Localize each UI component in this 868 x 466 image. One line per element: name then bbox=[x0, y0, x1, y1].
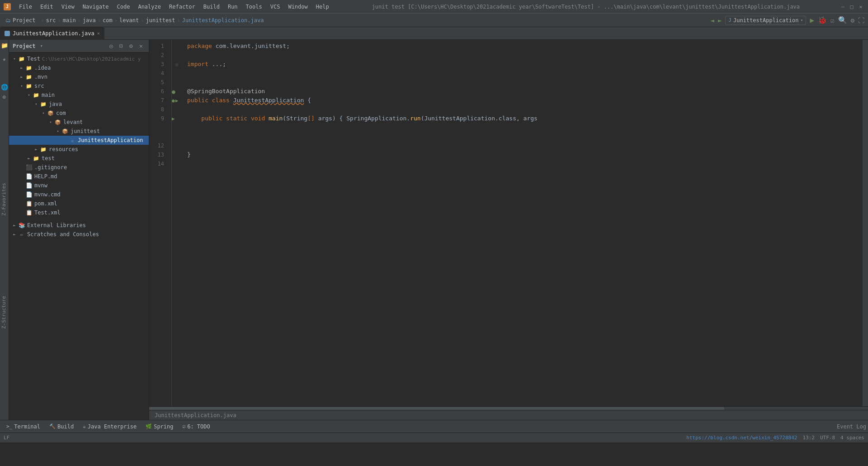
param-string: String bbox=[286, 114, 307, 123]
event-log-label[interactable]: Event Log bbox=[837, 423, 866, 430]
run-icon-9[interactable]: ▶ bbox=[172, 116, 175, 122]
z-favorites-panel[interactable]: Z-Favorites bbox=[0, 181, 8, 218]
status-link[interactable]: https://blog.csdn.net/weixin_45728842 bbox=[686, 435, 797, 441]
breadcrumb-com[interactable]: com bbox=[103, 17, 113, 24]
code-area[interactable]: 1 2 3 4 5 6 7 8 9 12 13 14 ▣ bbox=[149, 40, 868, 406]
locate-button[interactable]: ◎ bbox=[107, 42, 115, 50]
settings-project-button[interactable]: ⚙ bbox=[127, 42, 135, 50]
menu-build[interactable]: Build bbox=[200, 3, 223, 11]
menu-view[interactable]: View bbox=[58, 3, 78, 11]
menu-code[interactable]: Code bbox=[113, 3, 134, 11]
bottom-tabs[interactable]: >_ Terminal 🔨 Build ☕ Java Enterprise 🌿 … bbox=[2, 422, 215, 432]
tree-scratches[interactable]: ► ✏ Scratches and Consoles bbox=[9, 230, 149, 239]
breadcrumb-src[interactable]: src bbox=[46, 17, 56, 24]
fold-import-icon[interactable]: ▣ bbox=[175, 62, 179, 67]
paren-close: ) { bbox=[332, 114, 346, 123]
close-panel-button[interactable]: ✕ bbox=[137, 42, 145, 50]
tab-java-enterprise[interactable]: ☕ Java Enterprise bbox=[78, 422, 141, 432]
tree-main-class[interactable]: ☕ JunittestApplication bbox=[9, 136, 149, 145]
bookmarks-toggle[interactable]: ★ bbox=[1, 55, 8, 62]
project-icon: 🗂 bbox=[5, 17, 11, 24]
project-panel-toggle[interactable]: 📁 bbox=[1, 42, 8, 49]
run-config-selector[interactable]: J JunittestApplication ▾ bbox=[725, 16, 806, 25]
file-tab-close[interactable]: ✕ bbox=[97, 31, 100, 36]
plugins-toggle[interactable]: ⊕ bbox=[1, 93, 8, 100]
tab-todo[interactable]: ☑ 6: TODO bbox=[178, 422, 215, 432]
horizontal-scrollbar[interactable] bbox=[149, 406, 868, 410]
run-button[interactable]: ▶ bbox=[810, 16, 814, 24]
minimize-button[interactable]: – bbox=[839, 3, 846, 10]
code-editor[interactable]: 1 2 3 4 5 6 7 8 9 12 13 14 ▣ bbox=[149, 40, 868, 420]
menu-tools[interactable]: Tools bbox=[242, 3, 266, 11]
tree-gitignore[interactable]: ⬛ .gitignore bbox=[9, 163, 149, 172]
tree-test[interactable]: ► 📁 test bbox=[9, 154, 149, 163]
tree-mvnwcmd[interactable]: 📄 mvnw.cmd bbox=[9, 190, 149, 199]
java-enterprise-icon: ☕ bbox=[83, 423, 86, 429]
breadcrumb-levant[interactable]: levant bbox=[119, 17, 139, 24]
tab-list[interactable]: 🗂 Project › src › main › java › com › le… bbox=[2, 17, 264, 24]
back-nav-button[interactable]: ◄ bbox=[710, 17, 714, 24]
file-tab-active[interactable]: JunittestApplication.java ✕ bbox=[0, 27, 104, 40]
code-content[interactable]: package com.levant.junittest ; import ..… bbox=[182, 40, 863, 406]
forward-nav-button[interactable]: ► bbox=[718, 17, 722, 24]
breadcrumb-active-file[interactable]: JunittestApplication.java bbox=[182, 17, 264, 24]
web-panel-toggle[interactable]: 🌐 bbox=[1, 83, 8, 90]
menu-analyze[interactable]: Analyze bbox=[134, 3, 165, 11]
tab-build[interactable]: 🔨 Build bbox=[45, 422, 78, 432]
tree-helpmd[interactable]: 📄 HELP.md bbox=[9, 172, 149, 181]
tree-pomxml[interactable]: 📋 pom.xml bbox=[9, 199, 149, 208]
gutter-9[interactable]: ▶ bbox=[172, 114, 182, 123]
tree-external-libs[interactable]: ► 📚 External Libraries bbox=[9, 221, 149, 230]
gutter-3[interactable]: ▣ bbox=[172, 60, 182, 69]
spring-run-icon-6[interactable]: ● bbox=[172, 88, 175, 95]
breadcrumb-junittest[interactable]: junittest bbox=[146, 17, 175, 24]
line-num-13: 13 bbox=[149, 150, 168, 159]
collapse-all-button[interactable]: ⊟ bbox=[117, 42, 125, 50]
gutter-7[interactable]: ● ▶ bbox=[172, 96, 182, 105]
tree-root[interactable]: ▾ 📁 Test C:\Users\HC\Desktop\2021acadmic… bbox=[9, 54, 149, 63]
debug-button[interactable]: 🐞 bbox=[818, 16, 827, 24]
breadcrumb-main[interactable]: main bbox=[63, 17, 76, 24]
tree-resources[interactable]: ► 📁 resources bbox=[9, 145, 149, 154]
settings-button[interactable]: ⚙ bbox=[851, 17, 854, 24]
tab-terminal[interactable]: >_ Terminal bbox=[2, 422, 45, 432]
menu-navigate[interactable]: Navigate bbox=[79, 3, 113, 11]
breadcrumb-java[interactable]: java bbox=[83, 17, 96, 24]
coverage-button[interactable]: ☑ bbox=[830, 17, 834, 24]
spring-icon-7[interactable]: ● bbox=[172, 98, 175, 104]
project-header-actions[interactable]: ◎ ⊟ ⚙ ✕ bbox=[107, 42, 145, 50]
close-button[interactable]: ✕ bbox=[857, 3, 864, 10]
run-icon-7[interactable]: ▶ bbox=[175, 98, 179, 104]
scrollbar-thumb[interactable] bbox=[149, 407, 724, 410]
tree-src[interactable]: ▾ 📁 src bbox=[9, 81, 149, 90]
tree-mvnw[interactable]: 📄 mvnw bbox=[9, 181, 149, 190]
tab-project[interactable]: 🗂 Project bbox=[2, 17, 39, 24]
menu-window[interactable]: Window bbox=[284, 3, 311, 11]
window-controls[interactable]: – □ ✕ bbox=[839, 3, 864, 10]
run-config-dropdown-icon[interactable]: ▾ bbox=[800, 18, 803, 23]
tree-main[interactable]: ▾ 📁 main bbox=[9, 90, 149, 100]
menu-refactor[interactable]: Refactor bbox=[165, 3, 199, 11]
tree-testxml[interactable]: 📋 Test.xml bbox=[9, 208, 149, 217]
tab-spring[interactable]: 🌿 Spring bbox=[141, 422, 178, 432]
menu-file[interactable]: File bbox=[15, 3, 36, 11]
menu-edit[interactable]: Edit bbox=[37, 3, 57, 11]
menu-help[interactable]: Help bbox=[312, 3, 333, 11]
gutter-6[interactable]: ● bbox=[172, 87, 182, 96]
tree-levant[interactable]: ▾ 📦 levant bbox=[9, 118, 149, 127]
z-structure-panel[interactable]: Z-Structure bbox=[0, 294, 8, 331]
menu-bar[interactable]: File Edit View Navigate Code Analyze Ref… bbox=[15, 3, 333, 11]
tree-java[interactable]: ▾ 📁 java bbox=[9, 100, 149, 109]
tree-idea[interactable]: ► 📁 .idea bbox=[9, 63, 149, 72]
expand-button[interactable]: ⛶ bbox=[858, 17, 864, 24]
code-line-11 bbox=[187, 132, 863, 141]
tree-junittest[interactable]: ▾ 📦 junittest bbox=[9, 127, 149, 136]
restore-button[interactable]: □ bbox=[848, 3, 855, 10]
menu-run[interactable]: Run bbox=[224, 3, 241, 11]
menu-vcs[interactable]: VCS bbox=[267, 3, 284, 11]
tree-mvn[interactable]: ► 📁 .mvn bbox=[9, 72, 149, 81]
annotation-at: @ bbox=[187, 87, 191, 96]
search-button[interactable]: 🔍 bbox=[838, 16, 847, 24]
project-dropdown-icon[interactable]: ▾ bbox=[40, 43, 43, 49]
tree-com[interactable]: ▾ 📦 com bbox=[9, 109, 149, 118]
